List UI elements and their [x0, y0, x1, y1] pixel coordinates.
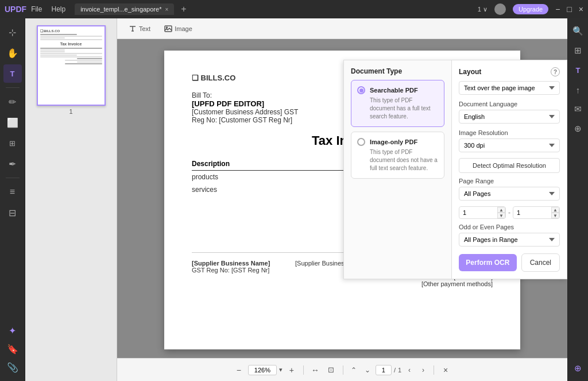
edit-text-tool[interactable]: T	[3, 64, 22, 83]
doc-type-title: Document Type	[351, 67, 444, 75]
pdf-view-area[interactable]: ❑ BILLS.CO Bill To: [UPFD PDF EDITOR] [C…	[117, 39, 567, 358]
sign-tool[interactable]: ✒	[3, 155, 22, 173]
tab-close-icon[interactable]: ×	[165, 6, 168, 13]
cursor-tool[interactable]: ⊹	[3, 23, 22, 41]
page-range-select[interactable]: All Pages Current Page Custom Range	[459, 187, 560, 201]
nav-prev-button[interactable]: ‹	[404, 364, 415, 376]
zoom-separator	[303, 365, 304, 375]
range-to-input[interactable]	[513, 207, 551, 218]
zoom-in-button[interactable]: +	[285, 363, 299, 377]
zoom-out-button[interactable]: −	[232, 363, 246, 377]
secondary-toolbar: Text Image	[117, 18, 567, 39]
search-panel-btn[interactable]: 🔍	[570, 23, 586, 39]
page-separator: /	[394, 367, 396, 374]
close-button[interactable]: ×	[579, 5, 583, 14]
menu-file[interactable]: File	[31, 5, 42, 13]
thumbnail-panel-btn[interactable]: ⊞	[570, 43, 586, 59]
searchable-pdf-option[interactable]: Searchable PDF This type of PDF document…	[351, 80, 444, 127]
doc-lang-select[interactable]: English French German	[459, 110, 560, 124]
page-down-button[interactable]: ⌄	[362, 364, 373, 376]
attach-tool[interactable]: 📎	[3, 358, 22, 376]
range-from-up[interactable]: ▲	[497, 207, 505, 213]
image-tool-btn[interactable]: Image	[160, 22, 197, 35]
ocr-panel-inner: Document Type Searchable PDF This type o…	[344, 60, 567, 279]
range-inputs: ▲ ▼ - ▲ ▼	[459, 206, 560, 219]
current-page-input[interactable]	[376, 365, 392, 375]
doc-lang-label: Document Language	[459, 101, 560, 107]
range-from-input[interactable]	[459, 207, 497, 218]
searchable-pdf-header: Searchable PDF	[357, 86, 438, 94]
maximize-button[interactable]: □	[567, 5, 571, 14]
active-tab[interactable]: invoice_templ...e_singapore* ×	[75, 3, 174, 15]
searchable-pdf-radio	[357, 86, 365, 94]
comment-panel-btn[interactable]: ⊕	[570, 121, 586, 137]
ai-tool[interactable]: ✦	[3, 321, 22, 340]
avatar[interactable]	[494, 3, 506, 15]
text-tool-label: Text	[139, 25, 150, 32]
titlebar-right: 1 ∨ Upgrade − □ ×	[478, 3, 583, 15]
annotate-tool[interactable]: ✏	[3, 93, 22, 111]
searchable-pdf-desc: This type of PDF document has a full tex…	[357, 97, 438, 121]
stamp-tool[interactable]: ⊞	[3, 134, 22, 152]
new-tab-button[interactable]: +	[181, 4, 186, 14]
email-panel-btn[interactable]: ✉	[570, 101, 586, 117]
titlebar-menu: File Help	[31, 5, 65, 13]
page-range-field: Page Range All Pages Current Page Custom…	[459, 178, 560, 201]
menu-help[interactable]: Help	[51, 5, 65, 13]
nav-separator	[343, 365, 343, 375]
app-logo: UPDF	[5, 5, 26, 14]
bookmark-tool[interactable]: 🔖	[3, 340, 22, 358]
range-to-up[interactable]: ▲	[551, 207, 559, 213]
image-only-pdf-option[interactable]: Image-only PDF This type of PDF document…	[351, 132, 444, 179]
odd-even-label: Odd or Even Pages	[459, 224, 560, 230]
image-tool-label: Image	[175, 25, 192, 32]
image-only-pdf-desc: This type of PDF document does not have …	[357, 148, 438, 172]
app-body: ⊹ ✋ T ✏ ⬜ ⊞ ✒ ≡ ⊟ ✦ 🔖 📎 ❑ BILLS.CO	[0, 18, 588, 381]
minimize-button[interactable]: −	[555, 5, 560, 14]
upgrade-button[interactable]: Upgrade	[513, 4, 548, 14]
range-to-down[interactable]: ▼	[551, 213, 559, 218]
other-payment: [Other payment methods]	[399, 280, 493, 287]
img-res-select[interactable]: 300 dpi 150 dpi 600 dpi	[459, 138, 560, 152]
page-up-button[interactable]: ⌃	[348, 364, 359, 376]
fit-page-button[interactable]: ⊡	[324, 363, 338, 377]
ocr-panel-btn[interactable]: T	[570, 62, 586, 78]
tools-panel-btn[interactable]: ⊕	[570, 360, 586, 376]
zoom-dropdown-btn[interactable]: ▾	[279, 366, 283, 374]
image-only-pdf-radio	[357, 138, 365, 146]
pdf-gst-reg: Reg No: [Customer GST Reg Nr]	[192, 116, 292, 124]
mini-preview: ❑ BILLS.CO Tax Invoice	[38, 26, 105, 105]
thumbnail-page-1[interactable]: ❑ BILLS.CO Tax Invoice	[37, 25, 106, 115]
perform-ocr-button[interactable]: Perform OCR	[459, 254, 517, 271]
cancel-ocr-button[interactable]: Cancel	[521, 253, 560, 272]
range-to-spinners: ▲ ▼	[551, 207, 559, 218]
toolbar-separator-1	[6, 87, 20, 88]
form-tool[interactable]: ≡	[3, 183, 22, 201]
bottom-toolbar: − ▾ + ↔ ⊡ ⌃ ⌄ / 1 ‹ › ×	[117, 358, 567, 381]
version-label[interactable]: 1 ∨	[478, 6, 488, 13]
zoom-level-input[interactable]	[248, 365, 277, 375]
shapes-tool[interactable]: ⬜	[3, 113, 22, 132]
fit-width-button[interactable]: ↔	[308, 363, 322, 377]
detect-optimal-btn[interactable]: Detect Optimal Resolution	[459, 158, 560, 173]
main-content: Text Image ❑ BILLS.CO Bill To: [UPFD PDF…	[117, 18, 567, 381]
right-toolbar: 🔍 ⊞ T ↑ ✉ ⊕ ⊕	[567, 18, 588, 381]
layout-select[interactable]: Text over the page image	[459, 81, 560, 95]
nav-next-button[interactable]: ›	[417, 364, 429, 376]
odd-even-select[interactable]: All Pages in Range Odd Pages Even Pages	[459, 233, 560, 247]
layout-help-icon[interactable]: ?	[551, 67, 560, 76]
pages-tool[interactable]: ⊟	[3, 203, 22, 222]
bottom-tools: ✦ 🔖 📎	[3, 321, 22, 376]
image-only-pdf-label: Image-only PDF	[370, 138, 417, 145]
close-view-button[interactable]: ×	[439, 363, 452, 377]
range-from-wrapper: ▲ ▼	[459, 206, 506, 219]
svg-point-1	[167, 27, 168, 28]
toolbar-separator-2	[6, 178, 20, 178]
titlebar: UPDF File Help invoice_templ...e_singapo…	[0, 0, 588, 18]
supplier-gst-reg: GST Reg No: [GST Reg Nr]	[192, 267, 269, 274]
thumbnail-page-number: 1	[69, 108, 72, 115]
text-tool-btn[interactable]: Text	[124, 22, 155, 35]
range-from-down[interactable]: ▼	[497, 213, 505, 218]
share-panel-btn[interactable]: ↑	[570, 82, 586, 98]
hand-tool[interactable]: ✋	[3, 44, 22, 62]
